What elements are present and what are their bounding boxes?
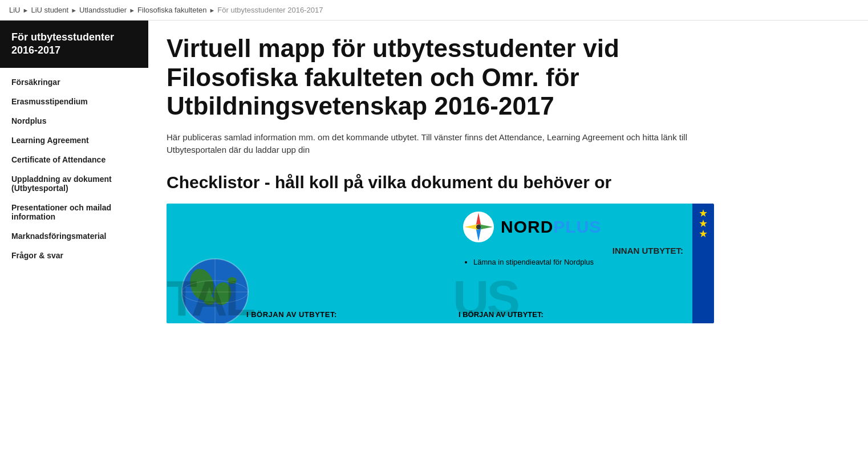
sidebar-nav: Försäkringar Erasmusstipendium Nordplus … <box>0 68 148 270</box>
checklist-image-area: TAL I BÖRJAN AV UTBYTET: <box>167 204 714 323</box>
sidebar-link-erasmus[interactable]: Erasmusstipendium <box>0 92 148 111</box>
sidebar: För utbytesstudenter 2016-2017 Försäkrin… <box>0 21 148 465</box>
sidebar-link-forsakringar[interactable]: Försäkringar <box>0 72 148 92</box>
innan-utbytet-list: Lämna in stipendieavtal för Nordplus <box>462 258 683 266</box>
breadcrumb-liu-student[interactable]: LiU student <box>31 6 68 14</box>
sidebar-link-learning-agreement[interactable]: Learning Agreement <box>0 131 148 150</box>
page-title: Virtuell mapp för utbytesstudenter vid F… <box>167 34 680 121</box>
breadcrumb: LiU ► LiU student ► Utlandsstudier ► Fil… <box>0 0 868 21</box>
sidebar-link-fragor[interactable]: Frågor & svar <box>0 246 148 265</box>
tal-text: TAL <box>167 273 254 323</box>
sidebar-link-marknads[interactable]: Marknadsföringsmaterial <box>0 226 148 246</box>
breadcrumb-liu[interactable]: LiU <box>9 6 21 14</box>
breadcrumb-sep-1: ► <box>23 7 29 14</box>
sidebar-item-learning-agreement[interactable]: Learning Agreement <box>0 131 148 150</box>
sidebar-item-certificate[interactable]: Certificate of Attendance <box>0 150 148 169</box>
eu-flag-panel: ★★★ <box>692 204 714 323</box>
breadcrumb-current: För utbytesstudenter 2016-2017 <box>217 6 323 14</box>
sidebar-item-presentationer[interactable]: Presentationer och mailad information <box>0 198 148 226</box>
sidebar-item-marknads[interactable]: Marknadsföringsmaterial <box>0 226 148 246</box>
page-intro: Här publiceras samlad information mm. om… <box>167 131 708 157</box>
checklist-section-title: Checklistor - håll koll på vilka dokumen… <box>167 173 850 192</box>
page-layout: För utbytesstudenter 2016-2017 Försäkrin… <box>0 21 868 465</box>
sidebar-item-fragor[interactable]: Frågor & svar <box>0 246 148 265</box>
breadcrumb-sep-3: ► <box>129 7 135 14</box>
sidebar-item-nordplus[interactable]: Nordplus <box>0 111 148 131</box>
sidebar-title: För utbytesstudenter 2016-2017 <box>0 21 148 68</box>
sidebar-link-presentationer[interactable]: Presentationer och mailad information <box>0 198 148 226</box>
compass-icon <box>462 210 495 243</box>
sidebar-item-erasmus[interactable]: Erasmusstipendium <box>0 92 148 111</box>
borjan-right-text: I BÖRJAN AV UTBYTET: <box>459 310 543 319</box>
breadcrumb-utlandsstudier[interactable]: Utlandsstudier <box>79 6 127 14</box>
sidebar-link-uppladdning[interactable]: Uppladdning av dokument (Utbytesportal) <box>0 169 148 198</box>
sidebar-item-uppladdning[interactable]: Uppladdning av dokument (Utbytesportal) <box>0 169 148 198</box>
innan-list-item-1: Lämna in stipendieavtal för Nordplus <box>473 258 683 266</box>
nordplus-header: NORDPLUS <box>462 210 683 243</box>
eu-stars-icon: ★★★ <box>699 208 708 239</box>
breadcrumb-filosofiska[interactable]: Filosofiska fakulteten <box>137 6 206 14</box>
sidebar-item-forsakringar[interactable]: Försäkringar <box>0 72 148 92</box>
borjan-left-text: I BÖRJAN AV UTBYTET: <box>246 310 337 319</box>
nordplus-logo-text: NORDPLUS <box>501 217 601 237</box>
checklist-right-panel: NORDPLUS INNAN UTBYTET: Lämna in stipend… <box>453 204 692 323</box>
checklist-left-panel: TAL I BÖRJAN AV UTBYTET: <box>167 204 453 323</box>
innan-utbytet-header: INNAN UTBYTET: <box>462 246 683 255</box>
svg-point-14 <box>476 225 481 229</box>
breadcrumb-sep-2: ► <box>71 7 77 14</box>
sidebar-link-certificate[interactable]: Certificate of Attendance <box>0 150 148 169</box>
main-content: Virtuell mapp för utbytesstudenter vid F… <box>148 21 868 465</box>
innan-utbytet-title: INNAN UTBYTET: <box>613 246 683 255</box>
sidebar-link-nordplus[interactable]: Nordplus <box>0 111 148 131</box>
breadcrumb-sep-4: ► <box>209 7 215 14</box>
